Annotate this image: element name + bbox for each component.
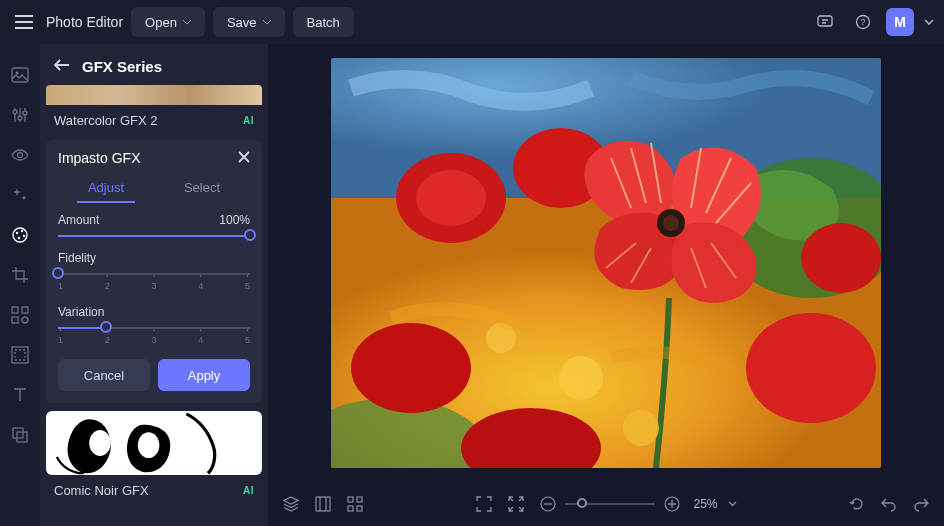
preset-name: Comic Noir GFX xyxy=(54,483,149,498)
zoom-out-button[interactable] xyxy=(539,495,557,513)
param-fidelity: Fidelity 1 2 3 4 5 xyxy=(58,251,250,291)
avatar[interactable]: M xyxy=(886,8,914,36)
menu-button[interactable] xyxy=(10,8,38,36)
tool-rail xyxy=(0,44,40,526)
preset-name: Watercolor GFX 2 xyxy=(54,113,158,128)
preset-watercolor[interactable]: Watercolor GFX 2 AI xyxy=(46,85,262,136)
svg-point-33 xyxy=(801,223,881,293)
svg-point-7 xyxy=(23,111,27,115)
actual-size-button[interactable] xyxy=(507,495,525,513)
tick: 5 xyxy=(245,335,250,345)
subtab-select[interactable]: Select xyxy=(154,174,250,201)
subtab-adjust[interactable]: Adjust xyxy=(58,174,154,201)
apply-button[interactable]: Apply xyxy=(158,359,250,391)
close-effect-button[interactable] xyxy=(238,151,250,166)
save-label: Save xyxy=(227,15,257,30)
open-label: Open xyxy=(145,15,177,30)
app-title: Photo Editor xyxy=(46,14,123,30)
svg-rect-19 xyxy=(15,350,25,360)
preset-thumbnail xyxy=(46,85,262,105)
svg-rect-40 xyxy=(348,497,353,502)
zoom-slider[interactable] xyxy=(565,503,655,505)
svg-point-12 xyxy=(23,235,25,237)
param-variation: Variation 1 2 3 4 5 xyxy=(58,305,250,345)
rail-sparkle-icon[interactable] xyxy=(9,184,31,206)
preset-thumbnail xyxy=(46,411,262,475)
panel-title: GFX Series xyxy=(82,58,162,75)
effects-panel: GFX Series Watercolor GFX 2 AI Impasto G… xyxy=(40,44,268,526)
compare-button[interactable] xyxy=(314,495,332,513)
svg-point-17 xyxy=(22,317,28,323)
rail-text-icon[interactable] xyxy=(9,384,31,406)
rail-effects-icon[interactable] xyxy=(9,224,31,246)
svg-rect-42 xyxy=(348,506,353,511)
rail-eye-icon[interactable] xyxy=(9,144,31,166)
svg-rect-14 xyxy=(12,307,18,313)
svg-point-30 xyxy=(351,323,471,413)
feedback-button[interactable] xyxy=(810,7,840,37)
chevron-down-icon xyxy=(183,20,191,25)
zoom-in-button[interactable] xyxy=(663,495,681,513)
tick: 5 xyxy=(245,281,250,291)
canvas-area: 25% xyxy=(268,44,944,526)
back-button[interactable] xyxy=(54,59,70,74)
chevron-down-icon xyxy=(263,20,271,25)
svg-point-5 xyxy=(13,110,17,114)
fit-screen-button[interactable] xyxy=(475,495,493,513)
tick: 4 xyxy=(198,281,203,291)
help-button[interactable]: ? xyxy=(848,7,878,37)
param-label: Variation xyxy=(58,305,104,319)
ai-badge: AI xyxy=(243,485,254,496)
svg-point-6 xyxy=(18,116,22,120)
param-amount: Amount 100% xyxy=(58,213,250,237)
close-icon xyxy=(238,151,250,163)
param-label: Fidelity xyxy=(58,251,96,265)
active-effect-card: Impasto GFX Adjust Select Amount 100% xyxy=(46,140,262,403)
svg-point-32 xyxy=(746,313,876,423)
hamburger-icon xyxy=(15,15,33,29)
help-icon: ? xyxy=(855,14,871,30)
chevron-down-icon[interactable] xyxy=(728,501,737,507)
undo-button[interactable] xyxy=(880,495,898,513)
svg-rect-3 xyxy=(12,68,28,82)
zoom-controls: 25% xyxy=(539,495,736,513)
redo-button[interactable] xyxy=(912,495,930,513)
svg-point-28 xyxy=(416,170,486,226)
param-value: 100% xyxy=(219,213,250,227)
tick: 2 xyxy=(105,281,110,291)
rotate-button[interactable] xyxy=(848,495,866,513)
effect-name: Impasto GFX xyxy=(58,150,140,166)
rail-image-icon[interactable] xyxy=(9,64,31,86)
rail-adjust-icon[interactable] xyxy=(9,104,31,126)
tick: 1 xyxy=(58,335,63,345)
zoom-value: 25% xyxy=(693,497,717,511)
svg-rect-15 xyxy=(22,307,28,313)
tick: 2 xyxy=(105,335,110,345)
svg-rect-0 xyxy=(818,16,832,26)
rail-overlay-icon[interactable] xyxy=(9,424,31,446)
amount-slider[interactable] xyxy=(58,235,250,237)
preset-comic-noir[interactable]: Comic Noir GFX AI xyxy=(46,411,262,506)
rail-shapes-icon[interactable] xyxy=(9,304,31,326)
rail-crop-icon[interactable] xyxy=(9,264,31,286)
grid-button[interactable] xyxy=(346,495,364,513)
open-button[interactable]: Open xyxy=(131,7,205,37)
svg-rect-20 xyxy=(13,428,23,438)
chat-icon xyxy=(817,14,833,30)
layers-button[interactable] xyxy=(282,495,300,513)
tick: 1 xyxy=(58,281,63,291)
svg-point-36 xyxy=(559,356,603,400)
batch-label: Batch xyxy=(307,15,340,30)
batch-button[interactable]: Batch xyxy=(293,7,354,37)
rail-frame-icon[interactable] xyxy=(9,344,31,366)
chevron-down-icon[interactable] xyxy=(924,19,934,25)
tick: 3 xyxy=(151,281,156,291)
tick: 3 xyxy=(151,335,156,345)
svg-rect-39 xyxy=(316,497,330,511)
svg-point-11 xyxy=(21,230,23,232)
cancel-button[interactable]: Cancel xyxy=(58,359,150,391)
bottom-bar: 25% xyxy=(268,482,944,526)
canvas[interactable] xyxy=(331,58,881,468)
svg-point-13 xyxy=(18,237,20,239)
save-button[interactable]: Save xyxy=(213,7,285,37)
